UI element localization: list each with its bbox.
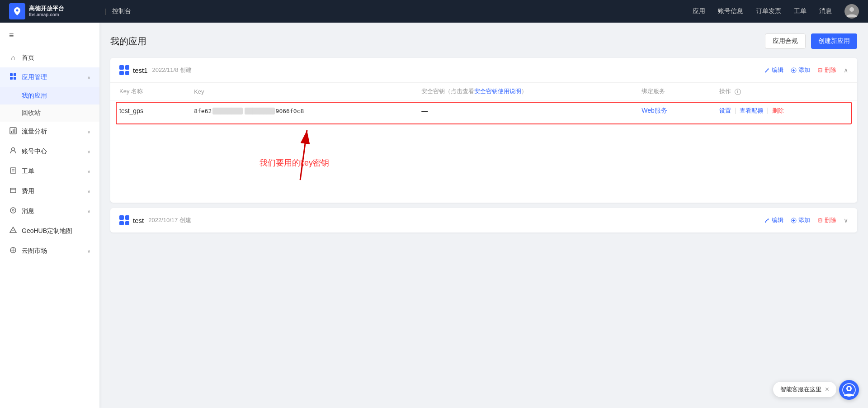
sidebar-label-workorders: 工单: [22, 167, 83, 176]
svg-rect-8: [11, 131, 12, 133]
service-link[interactable]: Web服务: [642, 107, 667, 114]
customer-service-bubble[interactable]: 智能客服在这里 ×: [773, 382, 836, 397]
security-key-link[interactable]: 安全密钥使用说明: [474, 88, 521, 95]
svg-line-31: [300, 130, 307, 180]
nav-item-apps[interactable]: 应用: [693, 7, 705, 15]
sidebar-item-recycle[interactable]: 回收站: [0, 104, 99, 122]
app-mgmt-arrow: ∧: [87, 75, 90, 80]
app-card-1-add[interactable]: 添加: [791, 66, 810, 74]
sidebar-toggle[interactable]: ≡: [0, 23, 99, 48]
fees-arrow: ∨: [87, 189, 90, 194]
sidebar: ≡ ⌂ 首页 应用管理 ∧ 我的应用 回收站: [0, 23, 99, 408]
op-set[interactable]: 设置: [719, 107, 731, 114]
logo-sub: lbs.amap.com: [29, 12, 64, 18]
sidebar-item-account-center[interactable]: 账号中心 ∨: [0, 142, 99, 161]
svg-rect-6: [14, 77, 16, 80]
col-key: Key: [185, 83, 412, 100]
delete-icon-2: [817, 218, 823, 223]
msgs-arrow: ∨: [87, 209, 90, 214]
app-card-2-header: test 2022/10/17 创建 编辑 添加 删除 ∨: [110, 208, 857, 232]
sidebar-item-geohub[interactable]: GeoHUB定制地图: [0, 221, 99, 241]
cs-avatar-icon: [842, 383, 856, 397]
svg-point-18: [12, 209, 14, 211]
sidebar-label-cloud-market: 云图市场: [22, 247, 83, 255]
cs-label: 智能客服在这里: [780, 385, 821, 394]
cell-operations: 设置 | 查看配额 | 删除: [710, 100, 857, 122]
sidebar-item-my-apps[interactable]: 我的应用: [0, 87, 99, 104]
logo-name: 高德开放平台: [29, 5, 64, 12]
add-icon: [791, 67, 797, 73]
page-header: 我的应用 应用合规 创建新应用: [110, 33, 857, 49]
account-center-icon: [9, 147, 17, 156]
app-card-2-delete[interactable]: 删除: [817, 216, 836, 224]
app-table-1: Key 名称 Key 安全密钥（点击查看安全密钥使用说明） 绑定服务 操作 i: [110, 83, 857, 121]
nav-control-panel[interactable]: 控制台: [112, 7, 131, 15]
sidebar-item-home[interactable]: ⌂ 首页: [0, 48, 99, 67]
op-view[interactable]: 查看配额: [740, 107, 763, 114]
app-card-2-date: 2022/10/17 创建: [148, 216, 191, 224]
nav-divider: |: [105, 8, 107, 15]
svg-marker-19: [10, 227, 16, 232]
sidebar-label-home: 首页: [22, 54, 90, 62]
page-title: 我的应用: [110, 35, 146, 47]
sidebar-label-geohub: GeoHUB定制地图: [22, 227, 90, 235]
create-app-button[interactable]: 创建新应用: [811, 33, 857, 49]
edit-icon: [764, 67, 770, 73]
svg-rect-35: [818, 219, 822, 222]
app-card-1-collapse[interactable]: ∧: [844, 66, 848, 74]
edit-icon-2: [764, 218, 770, 223]
svg-rect-4: [14, 73, 16, 76]
sidebar-item-fees[interactable]: 费用 ∨: [0, 181, 99, 201]
nav-item-account-info[interactable]: 账号信息: [718, 7, 743, 15]
cloud-market-arrow: ∨: [87, 249, 90, 254]
svg-point-17: [10, 208, 16, 213]
sidebar-item-flow[interactable]: 流量分析 ∨: [0, 122, 99, 142]
app-card-1-delete[interactable]: 删除: [817, 66, 836, 74]
sidebar-item-app-mgmt[interactable]: 应用管理 ∧: [0, 67, 99, 87]
workorders-icon: [9, 167, 17, 176]
sidebar-label-account: 账号中心: [22, 147, 83, 156]
sidebar-item-workorders[interactable]: 工单 ∨: [0, 161, 99, 181]
table-row: test_gps 8fe62████████████████9066f0c8 —…: [110, 100, 857, 122]
app-card-2-actions: 编辑 添加 删除 ∨: [764, 216, 848, 224]
app-card-1-header: test1 2022/11/8 创建 编辑 添加 删除 ∧: [110, 58, 857, 83]
nav-item-orders[interactable]: 订单发票: [756, 7, 781, 15]
cs-close-button[interactable]: ×: [825, 385, 829, 394]
user-avatar[interactable]: [844, 4, 859, 19]
app-card-2-add[interactable]: 添加: [791, 216, 810, 224]
app-card-2-edit[interactable]: 编辑: [764, 216, 783, 224]
cloud-market-icon: [9, 247, 17, 256]
compliance-button[interactable]: 应用合规: [765, 33, 806, 49]
top-nav-right: 应用 账号信息 订单发票 工单 消息: [693, 4, 859, 19]
logo-icon: [9, 3, 25, 19]
svg-rect-15: [10, 188, 16, 193]
nav-item-messages[interactable]: 消息: [819, 7, 832, 15]
top-navigation: 高德开放平台 lbs.amap.com | 控制台 应用 账号信息 订单发票 工…: [0, 0, 868, 23]
svg-point-2: [849, 7, 854, 12]
app-card-1-edit[interactable]: 编辑: [764, 66, 783, 74]
home-icon: ⌂: [9, 54, 17, 62]
app-mgmt-icon: [9, 73, 17, 82]
svg-rect-25: [818, 69, 822, 72]
fees-icon: [9, 187, 17, 196]
annotation-container: 我们要用的key密钥: [110, 121, 857, 203]
operation-info-icon[interactable]: i: [735, 89, 741, 95]
sidebar-label-msgs: 消息: [22, 207, 83, 215]
key-masked-2: ████████: [245, 108, 275, 114]
sidebar-item-msgs[interactable]: 消息 ∨: [0, 201, 99, 221]
flow-arrow: ∨: [87, 129, 90, 134]
account-arrow: ∨: [87, 149, 90, 154]
app-card-1-icon: [119, 65, 129, 75]
cs-avatar[interactable]: [839, 380, 859, 400]
logo-text: 高德开放平台 lbs.amap.com: [29, 5, 64, 18]
nav-item-tickets[interactable]: 工单: [794, 7, 807, 15]
app-card-1-name: test1: [133, 66, 148, 74]
add-icon-2: [791, 218, 797, 223]
svg-point-41: [848, 387, 850, 390]
op-delete[interactable]: 删除: [772, 107, 784, 114]
app-card-1-actions: 编辑 添加 删除 ∧: [764, 66, 848, 74]
sidebar-item-cloud-market[interactable]: 云图市场 ∨: [0, 241, 99, 261]
logo[interactable]: 高德开放平台 lbs.amap.com: [9, 3, 99, 19]
cell-key-name: test_gps: [110, 100, 185, 122]
app-card-2-expand[interactable]: ∨: [844, 217, 848, 224]
